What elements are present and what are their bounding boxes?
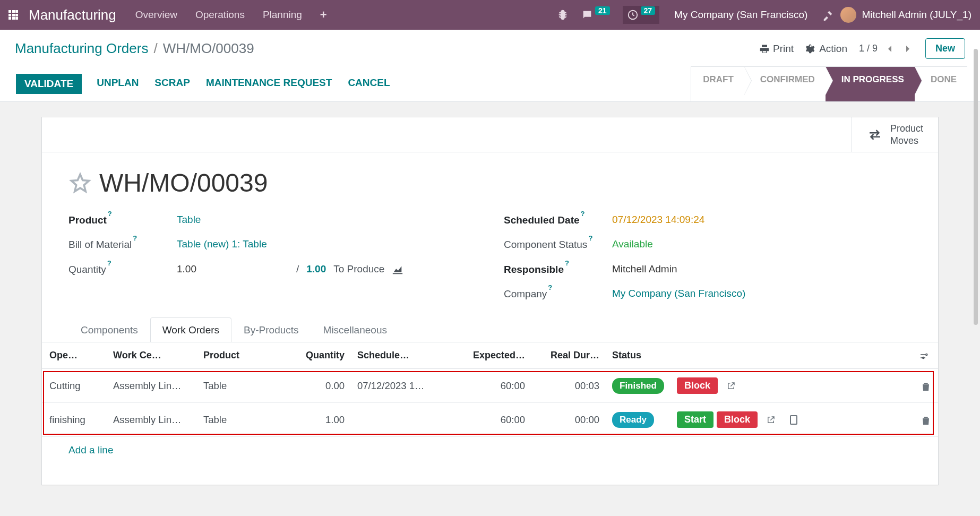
cell-status: Finished	[605, 369, 669, 403]
table-row[interactable]: finishingAssembly Lin…Table1.0060:0000:0…	[42, 403, 938, 437]
quantity-value[interactable]: 1.00	[177, 263, 196, 275]
status-badge: Ready	[612, 412, 654, 428]
bom-label: Bill of Material?	[68, 238, 177, 251]
block-button[interactable]: Block	[677, 377, 718, 394]
new-button[interactable]: New	[925, 38, 965, 59]
open-external-icon[interactable]	[766, 414, 776, 425]
tablet-icon[interactable]	[789, 414, 798, 425]
tab-work-orders[interactable]: Work Orders	[150, 317, 231, 342]
pager: 1 / 9	[859, 41, 914, 56]
col-operation[interactable]: Ope…	[42, 342, 106, 369]
pager-prev-icon[interactable]	[884, 41, 896, 56]
stage-draft[interactable]: DRAFT	[691, 66, 744, 101]
unplan-button[interactable]: UNPLAN	[96, 74, 140, 94]
product-label: Product?	[68, 213, 177, 226]
print-label: Print	[773, 43, 794, 55]
svg-rect-3	[790, 416, 797, 424]
quantity-label: Quantity?	[68, 263, 177, 276]
block-button[interactable]: Block	[717, 411, 758, 428]
cell-product[interactable]: Table	[196, 369, 291, 403]
username[interactable]: Mitchell Admin (JULY_1)	[862, 9, 972, 21]
scrap-button[interactable]: SCRAP	[153, 74, 191, 94]
cell-quantity[interactable]: 0.00	[291, 369, 350, 403]
action-label: Action	[819, 43, 847, 55]
open-external-icon[interactable]	[726, 380, 736, 391]
nav-new-icon[interactable]: +	[320, 8, 327, 22]
col-workcenter[interactable]: Work Ce…	[106, 342, 196, 369]
cell-real[interactable]: 00:00	[530, 403, 605, 437]
col-quantity[interactable]: Quantity	[291, 342, 350, 369]
responsible-value[interactable]: Mitchell Admin	[612, 263, 677, 275]
compstatus-value: Available	[612, 238, 653, 250]
stage-done[interactable]: DONE	[915, 66, 967, 101]
control-panel: Manufacturing Orders / WH/MO/00039 Print…	[0, 30, 980, 102]
tab-components[interactable]: Components	[68, 317, 150, 342]
work-orders-pane: Ope… Work Ce… Product Quantity Schedule……	[42, 342, 938, 463]
cell-status: Ready	[605, 403, 669, 437]
apps-icon[interactable]	[8, 10, 18, 20]
tools-icon[interactable]	[822, 9, 834, 21]
col-scheduled[interactable]: Schedule…	[350, 342, 445, 369]
favorite-star-icon[interactable]	[68, 171, 92, 195]
optional-columns-icon[interactable]	[912, 342, 938, 369]
company-selector[interactable]: My Company (San Francisco)	[674, 9, 807, 21]
pager-next-icon[interactable]	[902, 41, 914, 56]
product-value[interactable]: Table	[177, 214, 201, 226]
work-orders-table: Ope… Work Ce… Product Quantity Schedule……	[42, 342, 938, 437]
cell-expected[interactable]: 60:00	[445, 403, 530, 437]
col-real[interactable]: Real Dur…	[530, 342, 605, 369]
breadcrumb: Manufacturing Orders / WH/MO/00039	[15, 40, 254, 57]
forecast-icon[interactable]	[392, 263, 403, 275]
breadcrumb-sep: /	[153, 40, 157, 57]
print-button[interactable]: Print	[759, 43, 794, 55]
svg-point-1	[926, 354, 927, 355]
trash-icon[interactable]	[922, 380, 930, 391]
breadcrumb-link[interactable]: Manufacturing Orders	[15, 40, 148, 57]
scheduled-value[interactable]: 07/12/2023 14:09:24	[612, 214, 704, 226]
cell-operation[interactable]: finishing	[42, 403, 106, 437]
nav-planning[interactable]: Planning	[263, 9, 302, 21]
add-line-link[interactable]: Add a line	[42, 437, 938, 463]
tab-miscellaneous[interactable]: Miscellaneous	[311, 317, 399, 342]
col-status[interactable]: Status	[605, 342, 669, 369]
cell-workcenter[interactable]: Assembly Lin…	[106, 403, 196, 437]
table-row[interactable]: CuttingAssembly Lin…Table0.0007/12/2023 …	[42, 369, 938, 403]
cell-scheduled[interactable]	[350, 403, 445, 437]
cell-product[interactable]: Table	[196, 403, 291, 437]
cancel-button[interactable]: CANCEL	[347, 74, 391, 94]
scheduled-label: Scheduled Date?	[504, 213, 612, 226]
maintenance-button[interactable]: MAINTENANCE REQUEST	[205, 74, 333, 94]
cell-real[interactable]: 00:03	[530, 369, 605, 403]
debug-icon[interactable]	[557, 9, 569, 21]
app-brand: Manufacturing	[29, 7, 116, 23]
action-button[interactable]: Action	[805, 43, 847, 55]
validate-button[interactable]: VALIDATE	[16, 74, 82, 94]
product-moves-button[interactable]: Product Moves	[852, 117, 938, 152]
statusbar-buttons: VALIDATE UNPLAN SCRAP MAINTENANCE REQUES…	[15, 66, 392, 101]
activities-icon[interactable]: 27	[623, 6, 660, 24]
status-badge: Finished	[612, 378, 664, 394]
responsible-label: Responsible?	[504, 263, 612, 276]
stage-confirmed[interactable]: CONFIRMED	[744, 66, 826, 101]
cell-expected[interactable]: 60:00	[445, 369, 530, 403]
tabs: Components Work Orders By-Products Misce…	[68, 317, 912, 342]
messages-icon[interactable]: 21	[581, 9, 610, 21]
pager-text[interactable]: 1 / 9	[859, 43, 878, 54]
start-button[interactable]: Start	[677, 411, 713, 428]
col-expected[interactable]: Expected…	[445, 342, 530, 369]
col-product[interactable]: Product	[196, 342, 291, 369]
stage-in-progress[interactable]: IN PROGRESS	[826, 66, 915, 101]
company-value[interactable]: My Company (San Francisco)	[612, 288, 745, 299]
cell-scheduled[interactable]: 07/12/2023 1…	[350, 369, 445, 403]
cell-operation[interactable]: Cutting	[42, 369, 106, 403]
trash-icon[interactable]	[922, 414, 930, 425]
nav-overview[interactable]: Overview	[135, 9, 177, 21]
tab-by-products[interactable]: By-Products	[231, 317, 311, 342]
cell-workcenter[interactable]: Assembly Lin…	[106, 369, 196, 403]
nav-operations[interactable]: Operations	[195, 9, 245, 21]
cell-quantity[interactable]: 1.00	[291, 403, 350, 437]
bom-value[interactable]: Table (new) 1: Table	[177, 238, 267, 250]
quantity-suffix: To Produce	[333, 263, 384, 275]
quantity-target[interactable]: 1.00	[306, 263, 326, 275]
avatar[interactable]	[840, 7, 856, 23]
